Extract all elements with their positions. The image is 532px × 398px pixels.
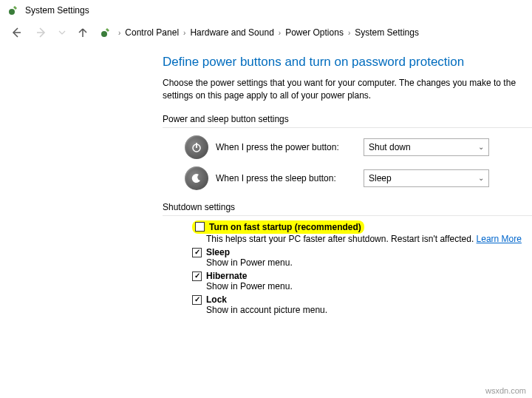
- power-icon: [185, 135, 208, 159]
- chevron-right-icon[interactable]: ›: [182, 29, 187, 37]
- sleep-icon: [185, 166, 208, 190]
- chevron-down-icon: ⌄: [478, 174, 484, 182]
- fast-startup-label: Turn on fast startup (recommended): [195, 222, 361, 232]
- shutdown-settings-list: Turn on fast startup (recommended) This …: [192, 220, 532, 316]
- sleep-label: ✓ Sleep: [192, 247, 532, 257]
- dropdown-value: Shut down: [369, 142, 411, 152]
- breadcrumb-item[interactable]: Power Options: [285, 27, 344, 38]
- chevron-right-icon[interactable]: ›: [277, 29, 282, 37]
- svg-point-0: [9, 9, 15, 15]
- power-options-icon: [7, 4, 19, 16]
- sleep-row: ✓ Sleep Show in Power menu.: [192, 247, 532, 268]
- back-button[interactable]: [7, 24, 25, 41]
- hibernate-row: ✓ Hibernate Show in Power menu.: [192, 271, 532, 291]
- sleep-button-dropdown[interactable]: Sleep ⌄: [364, 169, 489, 187]
- window-title: System Settings: [25, 5, 89, 16]
- nav-bar: › Control Panel › Hardware and Sound › P…: [0, 21, 532, 47]
- breadcrumb-item[interactable]: Hardware and Sound: [190, 27, 273, 38]
- sleep-button-label: When I press the sleep button:: [216, 173, 364, 183]
- sleep-button-row: When I press the sleep button: Sleep ⌄: [185, 166, 532, 190]
- hibernate-desc: Show in Power menu.: [206, 281, 532, 291]
- lock-row: ✓ Lock Show in account picture menu.: [192, 294, 532, 315]
- power-button-dropdown[interactable]: Shut down ⌄: [364, 138, 489, 156]
- lock-checkbox[interactable]: ✓: [192, 295, 202, 305]
- power-button-row: When I press the power button: Shut down…: [185, 135, 532, 159]
- up-button[interactable]: [74, 24, 92, 41]
- hibernate-checkbox[interactable]: ✓: [192, 271, 202, 281]
- fast-startup-checkbox[interactable]: [195, 222, 205, 232]
- section-power-sleep: Power and sleep button settings: [163, 114, 532, 128]
- dropdown-value: Sleep: [369, 173, 392, 183]
- chevron-right-icon[interactable]: ›: [347, 29, 352, 37]
- forward-button[interactable]: [33, 24, 50, 41]
- highlight: Turn on fast startup (recommended): [192, 220, 364, 234]
- breadcrumb-item[interactable]: Control Panel: [125, 27, 179, 38]
- fast-startup-row: Turn on fast startup (recommended) This …: [192, 220, 532, 245]
- power-button-label: When I press the power button:: [216, 142, 364, 152]
- svg-point-1: [101, 31, 107, 37]
- title-bar: System Settings: [0, 0, 532, 21]
- power-options-icon: [99, 26, 112, 39]
- sleep-checkbox[interactable]: ✓: [192, 248, 202, 257]
- lock-desc: Show in account picture menu.: [206, 305, 532, 315]
- lock-label: ✓ Lock: [192, 294, 532, 305]
- breadcrumb: › Control Panel › Hardware and Sound › P…: [99, 26, 419, 39]
- hibernate-label: ✓ Hibernate: [192, 271, 532, 281]
- recent-dropdown-icon[interactable]: [58, 24, 66, 41]
- section-shutdown: Shutdown settings: [163, 202, 532, 216]
- page-description: Choose the power settings that you want …: [163, 77, 532, 102]
- fast-startup-desc: This helps start your PC faster after sh…: [206, 234, 532, 244]
- chevron-right-icon[interactable]: ›: [117, 29, 122, 37]
- learn-more-link[interactable]: Learn More: [477, 234, 522, 244]
- watermark: wsxdn.com: [485, 386, 526, 395]
- breadcrumb-item[interactable]: System Settings: [355, 27, 419, 38]
- page-title: Define power buttons and turn on passwor…: [163, 55, 532, 70]
- sleep-desc: Show in Power menu.: [206, 257, 532, 268]
- content-area: Define power buttons and turn on passwor…: [0, 47, 532, 315]
- chevron-down-icon: ⌄: [478, 143, 484, 151]
